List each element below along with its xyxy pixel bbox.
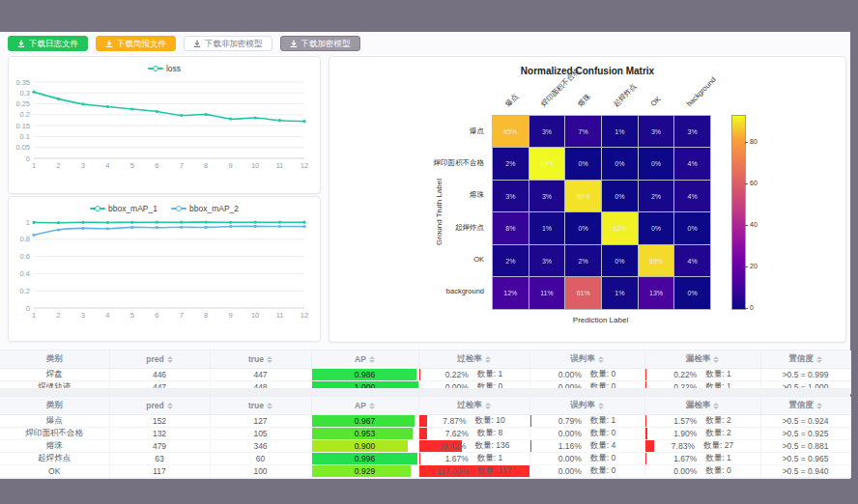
cell-class-name: 焊盘 [0,369,109,381]
matrix-cell: 2% [565,245,601,276]
sort-ascending-icon[interactable] [167,403,173,406]
cell-pred-count: 152 [109,415,210,428]
matrix-cell: 3% [639,116,674,147]
sort-caret-icon[interactable] [713,356,719,363]
sort-descending-icon[interactable] [598,406,604,409]
sort-ascending-icon[interactable] [485,403,491,406]
column-header-误判率[interactable]: 误判率 [529,397,644,415]
class-metrics-table-block: 类别predtrueAP过检率误判率漏检率置信度爆点1521270.9677.8… [0,396,850,479]
sort-ascending-icon[interactable] [816,356,822,359]
column-header-过检率[interactable]: 过检率 [418,350,529,369]
column-header-true[interactable]: true [210,397,311,415]
sort-ascending-icon[interactable] [267,356,272,359]
download-report-button[interactable]: 下载简报文件 [96,36,176,51]
dashboard-content: 下载日志文件 下载简报文件 下载非加密模型 下载加密模型 loss 00.050… [0,32,850,471]
sort-ascending-icon[interactable] [713,403,719,406]
sort-caret-icon[interactable] [816,403,822,409]
sort-ascending-icon[interactable] [598,403,604,406]
sort-descending-icon[interactable] [167,360,173,363]
cell-misjudge: 0.00%数量: 0 [529,428,644,440]
download-plain-model-button[interactable]: 下载非加密模型 [184,36,272,51]
cell-pred-count: 479 [109,440,210,453]
sort-descending-icon[interactable] [267,406,272,409]
download-log-button[interactable]: 下载日志文件 [8,36,88,51]
column-header-true[interactable]: true [210,350,311,369]
legend-item-loss[interactable]: loss [148,64,181,73]
legend-item-bbox_mAP_2[interactable]: bbox_mAP_2 [171,204,239,213]
column-header-AP[interactable]: AP [311,350,418,369]
sort-ascending-icon[interactable] [167,356,173,359]
cell-miss-detection: 0.00%数量: 0 [644,465,760,478]
matrix-column-label: 爆点 [503,92,521,109]
sort-descending-icon[interactable] [369,360,375,363]
loss-chart-legend: loss [9,57,320,75]
sort-descending-icon[interactable] [713,406,719,409]
sort-caret-icon[interactable] [369,356,375,363]
svg-text:0: 0 [26,154,30,163]
misjudge-percent: 0.00% [558,370,582,379]
misjudge-percent: 0.00% [558,429,582,438]
loss-chart-card: loss 00.050.10.150.20.250.30.35123456789… [8,56,321,194]
sort-caret-icon[interactable] [167,403,173,409]
download-encrypted-model-button[interactable]: 下载加密模型 [280,36,360,51]
sort-ascending-icon[interactable] [485,356,491,359]
misjudge-count: 数量: 0 [590,428,615,439]
ap-value: 0.953 [355,429,375,438]
sort-descending-icon[interactable] [485,406,491,409]
sort-ascending-icon[interactable] [369,403,375,406]
header-row: 类别predtrueAP过检率误判率漏检率置信度 [0,350,850,369]
loss-chart: 00.050.10.150.20.250.30.3512345678910111… [9,75,316,183]
sort-ascending-icon[interactable] [816,403,822,406]
matrix-cell: 90% [565,181,601,211]
matrix-cell: 3% [493,181,529,211]
sort-ascending-icon[interactable] [598,356,604,359]
column-header-AP[interactable]: AP [311,397,418,415]
matrix-cell: 11% [529,277,565,308]
legend-item-bbox_mAP_1[interactable]: bbox_mAP_1 [90,204,157,213]
sort-caret-icon[interactable] [485,356,491,363]
ground-truth-label-axis: Ground Truth Label [435,159,443,266]
column-header-漏检率[interactable]: 漏检率 [644,350,760,369]
column-header-pred[interactable]: pred [109,397,210,415]
sort-caret-icon[interactable] [816,356,822,363]
column-header-过检率[interactable]: 过检率 [418,397,529,415]
miss-detection-count: 数量: 2 [705,428,730,439]
sort-ascending-icon[interactable] [713,356,719,359]
column-header-置信度[interactable]: 置信度 [760,350,850,369]
cell-ap: 0.967 [311,415,418,428]
cell-over-detection: 7.62%数量: 8 [418,428,529,440]
column-header-置信度[interactable]: 置信度 [760,397,850,415]
svg-text:12: 12 [300,161,308,170]
sort-caret-icon[interactable] [267,356,272,363]
miss-detection-percent: 1.67% [673,454,697,463]
sort-caret-icon[interactable] [598,356,604,363]
column-header-误判率[interactable]: 误判率 [529,350,644,369]
confusion-matrix-grid: 85%3%7%1%3%3%2%93%0%0%0%4%3%3%90%0%2%4%8… [492,115,711,310]
matrix-cell: 0% [674,212,710,243]
svg-text:11: 11 [276,161,284,170]
svg-text:4: 4 [105,161,109,170]
sort-caret-icon[interactable] [167,356,173,363]
sort-descending-icon[interactable] [713,360,719,363]
column-header-pred[interactable]: pred [109,350,210,369]
sort-descending-icon[interactable] [369,406,375,409]
sort-descending-icon[interactable] [816,406,822,409]
sort-descending-icon[interactable] [267,360,272,363]
sort-caret-icon[interactable] [485,403,491,409]
cell-confidence: >0.5 = 0.940 [760,465,850,478]
table-row: 焊盘4464470.9860.22%数量: 10.00%数量: 00.22%数量… [0,369,850,381]
sort-descending-icon[interactable] [816,360,822,363]
sort-descending-icon[interactable] [167,406,173,409]
svg-text:2: 2 [56,161,60,170]
sort-caret-icon[interactable] [369,403,375,409]
sort-caret-icon[interactable] [713,403,719,409]
cell-ap: 0.996 [311,453,418,465]
sort-ascending-icon[interactable] [267,403,272,406]
cell-ap: 0.929 [311,465,418,478]
sort-descending-icon[interactable] [598,360,604,363]
sort-caret-icon[interactable] [267,403,272,409]
sort-caret-icon[interactable] [598,403,604,409]
sort-descending-icon[interactable] [485,360,491,363]
column-header-漏检率[interactable]: 漏检率 [644,397,760,415]
sort-ascending-icon[interactable] [369,356,375,359]
